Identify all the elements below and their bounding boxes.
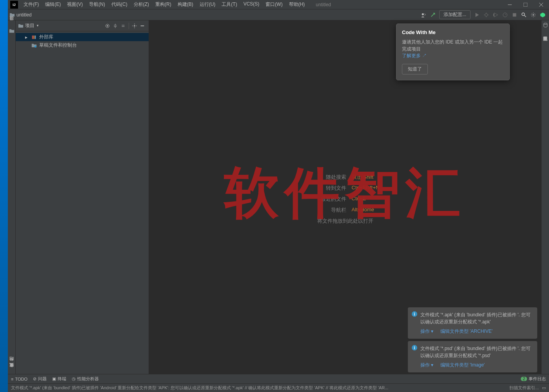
tree-item-scratches[interactable]: 草稿文件和控制台 bbox=[16, 41, 149, 49]
todo-tool-tab[interactable]: ≡ TODO bbox=[11, 377, 27, 381]
project-tree: ▸ 外部库 草稿文件和控制台 bbox=[16, 31, 149, 51]
svg-point-4 bbox=[422, 13, 424, 15]
tree-item-label: 草稿文件和控制台 bbox=[39, 42, 77, 49]
svg-point-5 bbox=[485, 13, 488, 16]
left-bottom-tabs: 结构 收藏夹 bbox=[8, 361, 16, 374]
notification-text: 文件模式 '*.psd' (来自 'bundled' 插件)已被插件 '. 您可… bbox=[420, 345, 533, 359]
svg-point-17 bbox=[107, 25, 108, 27]
window-minimize[interactable] bbox=[502, 0, 518, 9]
project-structure-icon[interactable] bbox=[9, 28, 15, 35]
profiler-icon[interactable] bbox=[500, 10, 510, 20]
run-icon[interactable] bbox=[472, 10, 482, 20]
status-bar: 文件模式 '*.apk' (来自 'bundled' 插件)已被插件 'Andr… bbox=[8, 383, 549, 392]
structure-tool-tab[interactable]: 结构 bbox=[8, 361, 15, 368]
menu-window[interactable]: 窗口(W) bbox=[262, 1, 285, 8]
hide-sidebar-icon[interactable] bbox=[138, 22, 146, 30]
window-close[interactable] bbox=[533, 0, 549, 9]
svg-rect-22 bbox=[35, 35, 36, 39]
ide-logo-icon[interactable] bbox=[538, 10, 547, 20]
app-icon: IJ bbox=[10, 1, 18, 9]
database-icon[interactable] bbox=[541, 20, 549, 30]
hint-search-key: 双击 Shift bbox=[352, 174, 374, 181]
main-menu: 文件(F) 编辑(E) 视图(V) 导航(N) 代码(C) 分析(Z) 重构(R… bbox=[20, 1, 308, 8]
menu-view[interactable]: 视图(V) bbox=[64, 1, 86, 8]
svg-rect-20 bbox=[32, 35, 33, 39]
right-gutter: 数据库视图 bbox=[541, 20, 549, 374]
svg-rect-12 bbox=[513, 13, 516, 16]
sidebar-settings-icon[interactable] bbox=[131, 22, 138, 30]
profiler-tool-tab[interactable]: ◷ 性能分析器 bbox=[72, 376, 99, 382]
notification-edit-link[interactable]: 编辑文件类型 'ARCHIVE' bbox=[440, 328, 493, 334]
status-progress-icon[interactable]: ▭ bbox=[542, 385, 546, 390]
scratches-icon bbox=[31, 43, 37, 48]
menu-refactor[interactable]: 重构(R) bbox=[152, 1, 175, 8]
status-message: 文件模式 '*.apk' (来自 'bundled' 插件)已被插件 'Andr… bbox=[11, 385, 388, 391]
titlebar: IJ 文件(F) 编辑(E) 视图(V) 导航(N) 代码(C) 分析(Z) 重… bbox=[8, 0, 549, 9]
project-sidebar: 项目 ▼ ▸ 外部库 草稿文 bbox=[16, 20, 149, 374]
breadcrumb[interactable]: untitled bbox=[16, 12, 32, 18]
debug-icon[interactable] bbox=[482, 10, 491, 20]
chevron-right-icon: ▸ bbox=[25, 34, 29, 40]
tool-window-bar: ≡ TODO ⊘ 问题 ▣ 终端 ◷ 性能分析器 2 事件日志 bbox=[8, 374, 549, 383]
tree-item-external-libs[interactable]: ▸ 外部库 bbox=[16, 33, 149, 41]
collapse-all-icon[interactable] bbox=[119, 22, 127, 30]
svg-point-23 bbox=[35, 45, 36, 47]
select-opened-file-icon[interactable] bbox=[104, 22, 111, 30]
project-tool-tab[interactable]: 项目 bbox=[8, 20, 15, 27]
add-configuration-button[interactable]: 添加配置... bbox=[439, 10, 471, 19]
search-icon[interactable] bbox=[519, 10, 529, 20]
svg-line-14 bbox=[524, 15, 526, 16]
notification-item: i 文件模式 '*.apk' (来自 'bundled' 插件)已被插件 '. … bbox=[408, 307, 537, 339]
menu-file[interactable]: 文件(F) bbox=[20, 1, 42, 8]
hint-search-label: 随处搜索 bbox=[311, 174, 346, 181]
hint-goto-label: 转到文件 bbox=[311, 185, 346, 192]
editor-hints: 随处搜索双击 Shift 转到文件Ctrl+Shift+N 最近的文件Ctrl+… bbox=[311, 170, 380, 225]
favorites-tool-tab[interactable]: 收藏夹 bbox=[8, 368, 15, 374]
desktop-background bbox=[0, 0, 8, 392]
notification-edit-link[interactable]: 编辑文件类型 'Image' bbox=[440, 362, 485, 368]
menu-navigate[interactable]: 导航(N) bbox=[86, 1, 108, 8]
code-with-me-popup: Code With Me 邀请其他人加入您的 IDE 或加入另一个 IDE 一起… bbox=[396, 24, 510, 80]
database-tool-tab[interactable]: 数据库视图 bbox=[542, 30, 549, 36]
svg-point-24 bbox=[544, 23, 547, 25]
menu-build[interactable]: 构建(B) bbox=[175, 1, 196, 8]
ide-window: IJ 文件(F) 编辑(E) 视图(V) 导航(N) 代码(C) 分析(Z) 重… bbox=[8, 0, 549, 392]
menu-run[interactable]: 运行(U) bbox=[196, 1, 219, 8]
hint-navbar-key: Alt+Home bbox=[352, 207, 374, 214]
chevron-down-icon[interactable]: ▼ bbox=[36, 24, 39, 27]
coverage-icon[interactable] bbox=[491, 10, 500, 20]
code-with-me-icon[interactable] bbox=[419, 10, 428, 20]
expand-all-icon[interactable] bbox=[111, 22, 119, 30]
notification-action[interactable]: 操作 ▾ bbox=[420, 328, 433, 334]
popup-learn-more-link[interactable]: 了解更多 ↗ bbox=[402, 53, 427, 58]
menu-help[interactable]: 帮助(H) bbox=[286, 1, 308, 8]
window-title: untitled bbox=[308, 2, 502, 7]
popup-body: 邀请其他人加入您的 IDE 或加入另一个 IDE 一起完成项目 bbox=[402, 38, 504, 53]
notification-action[interactable]: 操作 ▾ bbox=[420, 362, 433, 368]
menu-analyze[interactable]: 分析(Z) bbox=[131, 1, 152, 8]
sidebar-title: 项目 bbox=[25, 22, 35, 29]
hint-navbar-label: 导航栏 bbox=[311, 207, 346, 214]
menu-edit[interactable]: 编辑(E) bbox=[42, 1, 64, 8]
menu-vcs[interactable]: VCS(S) bbox=[240, 1, 263, 8]
problems-tool-tab[interactable]: ⊘ 问题 bbox=[33, 376, 47, 382]
status-indexing: 扫描文件索引... bbox=[509, 385, 539, 391]
settings-icon[interactable] bbox=[529, 10, 538, 20]
hint-goto-key: Ctrl+Shift+N bbox=[352, 185, 380, 192]
stop-icon[interactable] bbox=[510, 10, 519, 20]
terminal-tool-tab[interactable]: ▣ 终端 bbox=[52, 376, 66, 382]
tree-item-label: 外部库 bbox=[39, 34, 53, 40]
project-icon bbox=[18, 23, 24, 29]
event-count-badge: 2 bbox=[521, 377, 527, 381]
build-icon[interactable] bbox=[428, 10, 438, 20]
hint-drop: 将文件拖放到此处以打开 bbox=[311, 218, 380, 225]
menu-code[interactable]: 代码(C) bbox=[108, 1, 131, 8]
info-icon: i bbox=[412, 311, 417, 317]
notification-text: 文件模式 '*.apk' (来自 'bundled' 插件)已被插件 '. 您可… bbox=[420, 311, 533, 325]
menu-tools[interactable]: 工具(T) bbox=[218, 1, 240, 8]
library-icon bbox=[31, 34, 37, 40]
svg-point-13 bbox=[522, 13, 525, 15]
popup-ok-button[interactable]: 知道了 bbox=[402, 64, 428, 74]
window-maximize[interactable] bbox=[518, 0, 533, 9]
event-log-tab[interactable]: 2 事件日志 bbox=[521, 376, 546, 382]
